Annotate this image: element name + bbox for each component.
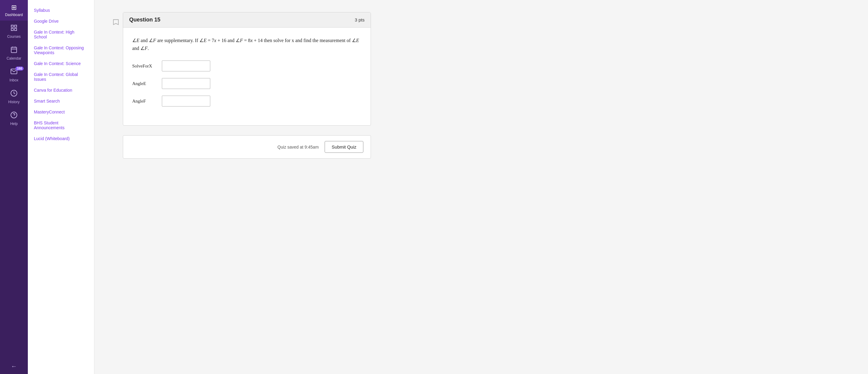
question-points: 3 pts <box>354 17 365 22</box>
nav-gale-global[interactable]: Gale In Context: Global Issues <box>28 69 94 85</box>
sidebar-item-help[interactable]: Help <box>0 108 28 129</box>
angle-f-input-label: AngleF <box>132 99 159 104</box>
svg-rect-2 <box>11 28 13 31</box>
angle-f-label: ∠F <box>149 38 156 43</box>
quiz-saved-text: Quiz saved at 9:45am <box>277 145 318 150</box>
and-text: and <box>141 38 149 43</box>
nav-canva[interactable]: Canva for Education <box>28 85 94 96</box>
sidebar-label-dashboard: Dashboard <box>5 13 23 17</box>
bottom-bar: Quiz saved at 9:45am Submit Quiz <box>123 135 371 159</box>
sidebar-bottom: ← <box>0 359 28 374</box>
question-body: ∠E and ∠F are supplementary. If ∠E = 7x … <box>123 28 371 125</box>
angle-e-input[interactable] <box>162 78 210 89</box>
nav-google-drive[interactable]: Google Drive <box>28 16 94 27</box>
question-content: Question 15 3 pts ∠E and ∠F are suppleme… <box>123 12 373 159</box>
svg-rect-0 <box>11 25 13 27</box>
collapse-icon: ← <box>11 363 17 370</box>
supplementary-text: are supplementary. If ∠E = 7x + 16 and ∠… <box>132 38 359 51</box>
angle-e-input-label: AngleE <box>132 81 159 86</box>
submit-quiz-button[interactable]: Submit Quiz <box>324 141 363 153</box>
courses-icon <box>10 24 18 33</box>
solve-for-x-label: SolveForX <box>132 64 159 69</box>
nav-lucid[interactable]: Lucid (Whiteboard) <box>28 133 94 144</box>
nav-syllabus[interactable]: Syllabus <box>28 5 94 16</box>
sidebar-label-history: History <box>8 100 19 104</box>
nav-bhs-announcements[interactable]: BHS Student Announcements <box>28 117 94 133</box>
nav-gale-science[interactable]: Gale In Context: Science <box>28 58 94 69</box>
sidebar-item-dashboard[interactable]: ⊞ Dashboard <box>0 0 28 21</box>
question-wrapper: Question 15 3 pts ∠E and ∠F are suppleme… <box>113 12 373 159</box>
sidebar-item-courses[interactable]: Courses <box>0 21 28 42</box>
bookmark-icon[interactable] <box>113 19 119 25</box>
question-card: Question 15 3 pts ∠E and ∠F are suppleme… <box>123 12 371 126</box>
help-icon <box>10 111 18 120</box>
angle-f-input[interactable] <box>162 96 210 106</box>
svg-rect-1 <box>14 25 17 27</box>
sidebar-label-inbox: Inbox <box>9 78 18 82</box>
angle-e-label: ∠E <box>132 38 140 43</box>
sidebar: ⊞ Dashboard Courses Calendar 166 Inbox H… <box>0 0 28 374</box>
sidebar-label-courses: Courses <box>7 34 21 39</box>
dashboard-icon: ⊞ <box>11 4 17 11</box>
main-content: Question 15 3 pts ∠E and ∠F are suppleme… <box>94 0 868 374</box>
history-icon <box>10 90 18 99</box>
nav-gale-opposing[interactable]: Gale In Context: Opposing Viewpoints <box>28 42 94 58</box>
question-header: Question 15 3 pts <box>123 12 371 28</box>
nav-gale-high-school[interactable]: Gale In Context: High School <box>28 27 94 42</box>
sidebar-collapse-button[interactable]: ← <box>0 359 28 374</box>
nav-smart-search[interactable]: Smart Search <box>28 96 94 106</box>
inbox-badge: 166 <box>16 67 24 70</box>
nav-mastery-connect[interactable]: MasteryConnect <box>28 106 94 117</box>
svg-rect-3 <box>14 28 17 31</box>
solve-for-x-input[interactable] <box>162 61 210 71</box>
calendar-icon <box>10 46 18 55</box>
secondary-nav: Syllabus Google Drive Gale In Context: H… <box>28 0 94 374</box>
question-title: Question 15 <box>129 17 160 23</box>
sidebar-label-help: Help <box>10 122 18 126</box>
sidebar-label-calendar: Calendar <box>7 56 22 61</box>
solve-for-x-row: SolveForX <box>132 61 362 71</box>
svg-rect-4 <box>11 47 17 53</box>
sidebar-item-inbox[interactable]: 166 Inbox <box>0 64 28 86</box>
question-text: ∠E and ∠F are supplementary. If ∠E = 7x … <box>132 37 362 52</box>
angle-e-row: AngleE <box>132 78 362 89</box>
angle-f-row: AngleF <box>132 96 362 106</box>
bookmark-area <box>113 18 119 25</box>
sidebar-item-history[interactable]: History <box>0 86 28 108</box>
sidebar-item-calendar[interactable]: Calendar <box>0 42 28 64</box>
svg-marker-11 <box>114 20 119 25</box>
